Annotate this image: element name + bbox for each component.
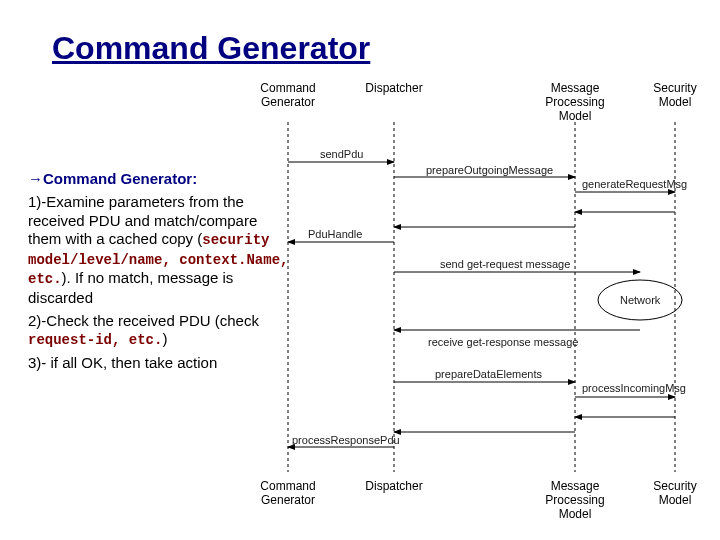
sequence-diagram: CommandGenerator Dispatcher MessageProce… xyxy=(230,82,710,512)
item2-lead: 2)-Check the received PDU (check xyxy=(28,312,259,329)
label-pduhandle: PduHandle xyxy=(308,228,362,240)
label-sendgetreq: send get-request message xyxy=(440,258,570,270)
arrow-icon: → xyxy=(28,170,43,187)
label-sendpdu: sendPdu xyxy=(320,148,363,160)
page-title: Command Generator xyxy=(52,30,370,67)
label-prepareoutgoing: prepareOutgoingMessage xyxy=(426,164,553,176)
label-preparedata: prepareDataElements xyxy=(435,368,542,380)
label-network: Network xyxy=(620,294,660,306)
label-processincoming: processIncomingMsg xyxy=(582,382,686,394)
subheading-text: Command Generator: xyxy=(43,170,197,187)
label-recvgetresp: receive get-response message xyxy=(428,336,578,348)
label-generaterequest: generateRequestMsg xyxy=(582,178,687,190)
label-processresponsepdu: processResponsePdu xyxy=(292,434,400,446)
item2-tail: ) xyxy=(162,330,167,347)
item2-code: request-id, etc. xyxy=(28,332,162,348)
